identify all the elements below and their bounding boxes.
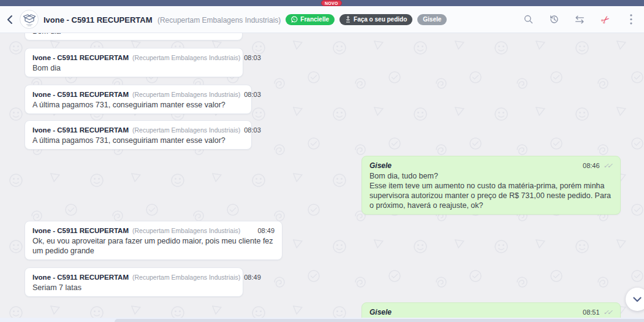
more-options-button[interactable] <box>626 14 637 25</box>
message-sender: Ivone - C5911 RECUPERTAM <box>32 90 129 99</box>
contact-name: Ivone - C5911 RECUPERTAM <box>44 15 152 25</box>
top-bar: NOVO <box>0 0 644 6</box>
search-button[interactable] <box>523 14 534 25</box>
order-button[interactable]: Faça o seu pedido <box>339 14 412 25</box>
conversation-title: Ivone - C5911 RECUPERTAM (Recupertam Emb… <box>44 14 281 25</box>
message-text: Esse item teve um aumento no custo da ma… <box>369 181 613 210</box>
message-sender: Gisele <box>369 307 392 317</box>
header-actions: ✂ <box>523 14 644 25</box>
double-check-icon: ✓✓ <box>604 307 613 317</box>
message-bubble-incoming: Ivone - C5911 RECUPERTAM (Recupertam Emb… <box>25 120 252 150</box>
kebab-menu-icon <box>630 14 632 25</box>
message-text: Bom dia <box>32 33 235 36</box>
whatsapp-icon <box>291 16 298 23</box>
chevron-left-icon <box>6 15 13 25</box>
transfer-arrows-icon <box>574 15 585 25</box>
message-text: Bom dia, tudo bem? <box>369 171 613 181</box>
message-sender: Gisele <box>369 161 392 171</box>
message-text: A última pagamos 731, conseguiriam mante… <box>32 100 244 110</box>
scroll-to-bottom-button[interactable] <box>626 288 644 311</box>
double-check-icon: ✓✓ <box>604 161 613 171</box>
chevron-down-icon <box>633 297 642 302</box>
message-sender: Ivone - C5911 RECUPERTAM <box>32 226 129 236</box>
bottom-strip <box>0 318 644 322</box>
message-sender-company: (Recupertam Embalagens Industriais) <box>132 90 240 99</box>
back-button[interactable] <box>1 10 17 29</box>
message-text: Ok, eu vou aproveitar para fazer um pedi… <box>32 236 275 256</box>
message-sender: Ivone - C5911 RECUPERTAM <box>32 272 129 282</box>
message-bubble-incoming: Ivone - C5911 RECUPERTAM (Recupertam Emb… <box>25 85 252 114</box>
message-time: 08:51 <box>583 307 600 317</box>
message-time: 08:03 <box>244 125 261 135</box>
contact-avatar[interactable] <box>20 10 39 29</box>
search-icon <box>523 14 534 25</box>
message-text: Bom dia <box>32 63 235 73</box>
order-person-icon <box>345 16 351 23</box>
message-text: Seriam 7 latas <box>32 283 235 293</box>
order-button-label: Faça o seu pedido <box>354 16 407 23</box>
message-time: 08:49 <box>257 226 275 236</box>
assignee-name-label: Gisele <box>423 16 441 23</box>
whatsapp-agent-badge[interactable]: Francielle <box>286 14 335 25</box>
contact-company: (Recupertam Embalagens Industriais) <box>157 16 281 25</box>
assignee-badge[interactable]: Gisele <box>417 14 447 25</box>
message-bubble-incoming: Ivone - C5911 RECUPERTAM (Recupertam Emb… <box>25 221 282 260</box>
message-sender-company: (Recupertam Embalagens Industriais) <box>132 272 240 282</box>
message-text: A última pagamos 731, conseguiriam mante… <box>32 136 244 145</box>
message-sender: Ivone - C5911 RECUPERTAM <box>32 125 129 135</box>
history-icon <box>549 14 559 25</box>
transfer-button[interactable] <box>574 14 585 25</box>
message-time: 08:03 <box>244 90 261 99</box>
scissors-icon: ✂ <box>598 12 613 27</box>
message-bubble-outgoing: Gisele 08:46 ✓✓ Bom dia, tudo bem? Esse … <box>362 156 621 215</box>
message-bubble-incoming: Ivone - C5911 RECUPERTAM (Recupertam Emb… <box>25 48 243 77</box>
message-time: 08:03 <box>244 53 261 63</box>
agent-name-label: Francielle <box>300 16 329 23</box>
chat-window: NOVO Ivone - C5911 RECUPERTAM (Recuperta… <box>0 0 644 322</box>
message-sender-company: (Recupertam Embalagens Industriais) <box>132 226 240 236</box>
box-logo-icon <box>22 12 37 27</box>
message-bubble-outgoing: Gisele 08:51 ✓✓ <box>362 302 621 318</box>
message-time: 08:46 <box>583 161 600 171</box>
conversation-header: Ivone - C5911 RECUPERTAM (Recupertam Emb… <box>0 6 644 33</box>
message-time: 08:49 <box>244 272 261 282</box>
message-bubble-incoming: Bom dia <box>25 33 243 40</box>
end-conversation-button[interactable]: ✂ <box>597 12 613 27</box>
message-bubble-incoming: Ivone - C5911 RECUPERTAM (Recupertam Emb… <box>25 267 243 297</box>
history-button[interactable] <box>548 14 559 25</box>
message-sender-company: (Recupertam Embalagens Industriais) <box>132 125 240 135</box>
message-sender: Ivone - C5911 RECUPERTAM <box>32 53 129 63</box>
chat-area: Bom dia Ivone - C5911 RECUPERTAM (Recupe… <box>0 33 644 318</box>
horizontal-scrollbar-thumb[interactable] <box>115 319 644 322</box>
message-sender-company: (Recupertam Embalagens Industriais) <box>132 53 240 63</box>
novo-badge: NOVO <box>321 0 342 6</box>
